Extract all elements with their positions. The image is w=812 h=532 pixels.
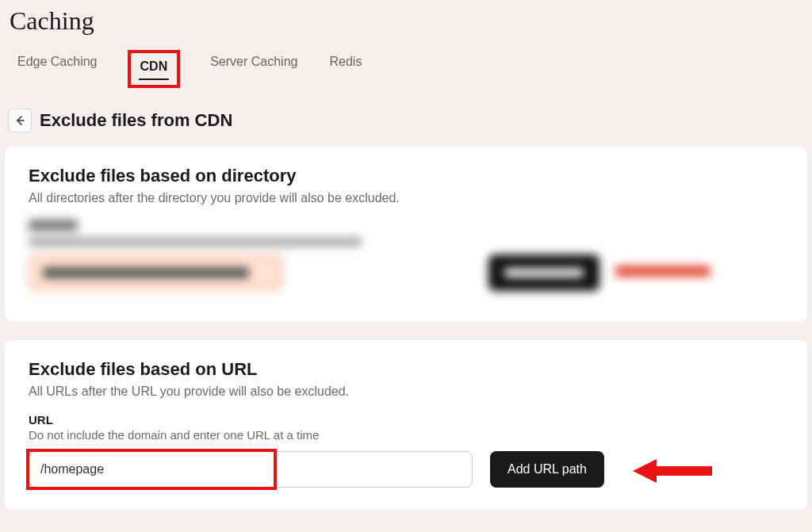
- url-input-wrap: [29, 451, 473, 488]
- arrow-left-icon: [13, 114, 26, 127]
- card-url-desc: All URLs after the URL you provide will …: [29, 385, 783, 399]
- url-input[interactable]: [29, 451, 473, 488]
- annotation-arrow-icon: [633, 457, 712, 484]
- back-button[interactable]: [8, 109, 32, 132]
- tab-server-caching[interactable]: Server Caching: [209, 50, 299, 88]
- card-directory-title: Exclude files based on directory: [29, 166, 783, 186]
- url-field-help: Do not include the domain and enter one …: [29, 428, 783, 442]
- card-exclude-directory: Exclude files based on directory All dir…: [5, 147, 807, 321]
- tab-redis[interactable]: Redis: [327, 50, 363, 88]
- card-directory-desc: All directories after the directory you …: [29, 191, 783, 205]
- tab-cdn[interactable]: CDN: [139, 55, 170, 78]
- tab-cdn-highlight: CDN: [128, 50, 181, 88]
- subheader-row: Exclude files from CDN: [0, 105, 812, 147]
- card-url-title: Exclude files based on URL: [29, 359, 783, 380]
- tabs-row: Edge Caching CDN Server Caching Redis: [0, 50, 812, 105]
- tab-edge-caching[interactable]: Edge Caching: [16, 50, 99, 88]
- url-input-row: Add URL path: [29, 451, 783, 488]
- card-exclude-url: Exclude files based on URL All URLs afte…: [5, 340, 807, 510]
- blurred-content: [29, 220, 783, 299]
- svg-marker-0: [633, 459, 712, 483]
- page-title: Caching: [10, 6, 812, 36]
- subheader-title: Exclude files from CDN: [40, 110, 232, 131]
- add-url-path-button[interactable]: Add URL path: [490, 451, 604, 488]
- url-field-label: URL: [29, 413, 783, 427]
